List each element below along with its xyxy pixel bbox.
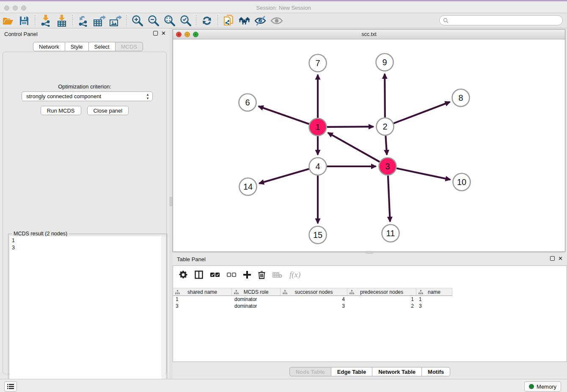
table-row[interactable]: 3dominator323	[173, 303, 567, 310]
zoom-fit-icon[interactable]	[163, 14, 176, 27]
tab-edge-table[interactable]: Edge Table	[331, 367, 372, 376]
function-builder-icon[interactable]: f(x)	[289, 270, 300, 279]
tab-motifs[interactable]: Motifs	[422, 367, 450, 376]
svg-text:14: 14	[243, 182, 253, 191]
deselect-all-columns-icon[interactable]	[227, 272, 236, 277]
delete-table-icon[interactable]	[272, 272, 282, 278]
optimization-criterion-select[interactable]: strongly connected component ▲▼	[22, 91, 153, 101]
search-input[interactable]	[449, 17, 562, 23]
result-scrollbar[interactable]	[161, 236, 165, 392]
copy-network-icon[interactable]	[222, 14, 235, 27]
save-session-icon[interactable]	[18, 14, 30, 27]
tab-select[interactable]: Select	[89, 42, 116, 51]
graph-node-8[interactable]: 8	[452, 89, 470, 107]
graph-node-7[interactable]: 7	[309, 55, 327, 72]
network-window-titlebar[interactable]: ✕ − + scc.txt	[173, 30, 565, 39]
graph-node-1[interactable]: 1	[309, 119, 327, 136]
export-table-icon[interactable]	[93, 14, 106, 27]
graph-node-10[interactable]: 10	[453, 174, 471, 191]
optimization-criterion-label: Optimization criterion:	[3, 83, 166, 90]
edge-3-10[interactable]	[396, 168, 450, 179]
column-header-shared-name[interactable]: shared name	[173, 288, 232, 296]
export-network-icon[interactable]	[77, 14, 90, 27]
delete-icon[interactable]	[258, 271, 265, 279]
tab-style[interactable]: Style	[65, 42, 89, 51]
control-panel-header: Control Panel ✕	[0, 28, 169, 39]
zoom-out-icon[interactable]	[147, 14, 160, 27]
table-row[interactable]: 1dominator411	[173, 296, 567, 303]
export-image-icon[interactable]	[109, 14, 122, 27]
table-cell: 2	[347, 303, 416, 310]
hide-selected-icon[interactable]	[254, 14, 267, 27]
table-cell: 1	[347, 296, 416, 303]
graph-node-3[interactable]: 3	[379, 158, 396, 175]
chevron-up-down-icon: ▲▼	[146, 93, 149, 100]
column-header-successor-nodes[interactable]: successor nodes	[281, 288, 347, 296]
edge-3-1[interactable]	[328, 133, 380, 162]
import-table-icon[interactable]	[55, 14, 68, 27]
vertical-splitter[interactable]	[169, 28, 173, 379]
edge-2-3[interactable]	[385, 135, 387, 155]
open-file-icon[interactable]	[2, 14, 14, 27]
column-header-name[interactable]: name	[416, 288, 452, 296]
show-all-icon[interactable]	[270, 14, 283, 27]
table-toolbar: f(x)	[173, 266, 567, 284]
tab-mcds[interactable]: MCDS	[116, 42, 143, 51]
network-canvas[interactable]: 7968124314101511	[173, 39, 565, 251]
graph-node-2[interactable]: 2	[377, 118, 394, 135]
add-icon[interactable]	[243, 271, 251, 279]
run-mcds-button[interactable]: Run MCDS	[41, 106, 81, 115]
table-panel-header: Table Panel ✕	[173, 254, 567, 265]
zoom-in-icon[interactable]	[131, 14, 143, 27]
edge-2-9[interactable]	[385, 74, 385, 117]
zoom-selected-icon[interactable]	[179, 14, 192, 27]
task-history-button[interactable]	[4, 381, 17, 392]
graph-node-15[interactable]: 15	[309, 226, 327, 244]
svg-text:10: 10	[457, 177, 466, 187]
mcds-result-text[interactable]: 1 3	[10, 236, 161, 392]
import-network-icon[interactable]	[39, 14, 52, 27]
edge-1-2[interactable]	[327, 127, 373, 127]
main-toolbar	[0, 13, 567, 28]
edge-3-11[interactable]	[388, 175, 390, 221]
splitter-grip[interactable]	[170, 197, 172, 206]
tab-network[interactable]: Network	[33, 42, 65, 51]
close-panel-button[interactable]: Close panel	[87, 106, 129, 115]
memory-button[interactable]: Memory	[524, 381, 561, 392]
toolbar-separator	[196, 15, 196, 26]
control-panel-tabs: Network Style Select MCDS	[33, 42, 143, 51]
column-header-MCDS-role[interactable]: MCDS role	[232, 288, 281, 296]
column-header-predecessor-nodes[interactable]: predecessor nodes	[347, 288, 416, 296]
first-neighbors-icon[interactable]	[238, 14, 251, 27]
float-table-panel-icon[interactable]	[550, 256, 555, 261]
graph-node-6[interactable]: 6	[239, 94, 256, 111]
graph-node-9[interactable]: 9	[376, 54, 394, 71]
table-cell: 3	[281, 303, 347, 310]
svg-text:9: 9	[382, 58, 387, 67]
edge-4-14[interactable]	[259, 169, 309, 183]
select-all-columns-icon[interactable]	[210, 272, 220, 277]
float-panel-icon[interactable]	[153, 31, 158, 36]
node-table-container: f(x) shared nameMCDS rolesuccessor nodes…	[173, 265, 567, 362]
tab-node-table[interactable]: Node Table	[289, 367, 331, 376]
edge-1-6[interactable]	[259, 106, 309, 124]
tab-network-table[interactable]: Network Table	[372, 367, 422, 376]
toolbar-separator	[72, 15, 73, 26]
gear-icon[interactable]	[179, 271, 187, 279]
close-table-panel-icon[interactable]: ✕	[558, 256, 563, 261]
split-columns-icon[interactable]	[195, 271, 203, 279]
graph-node-11[interactable]: 11	[382, 225, 399, 242]
mcds-result-group: MCDS result (2 nodes) 1 3	[8, 234, 167, 392]
graph-node-14[interactable]: 14	[239, 178, 257, 196]
toolbar-separator	[126, 15, 127, 26]
table-body: 1dominator4113dominator323	[173, 296, 567, 310]
search-box[interactable]	[439, 15, 563, 25]
dropdown-selected-value: strongly connected component	[26, 93, 101, 99]
close-panel-icon[interactable]: ✕	[161, 31, 166, 36]
mcds-result-title: MCDS result (2 nodes)	[12, 231, 69, 237]
refresh-icon[interactable]	[201, 14, 213, 27]
graph-node-4[interactable]: 4	[309, 158, 327, 175]
table-cell: 4	[281, 296, 347, 303]
edge-2-8[interactable]	[394, 102, 450, 124]
table-cell: 1	[416, 296, 452, 303]
